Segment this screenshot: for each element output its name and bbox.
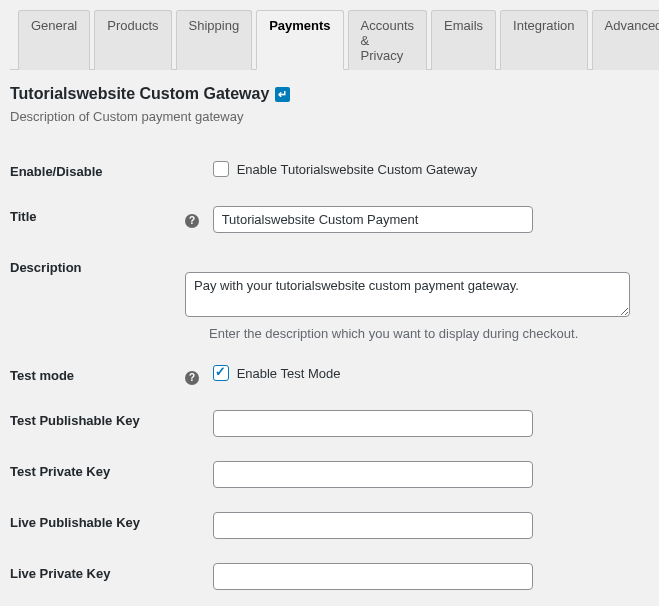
help-icon[interactable]: ?	[185, 371, 199, 385]
tab-products[interactable]: Products	[94, 10, 171, 70]
enable-gateway-checkbox[interactable]	[213, 161, 229, 177]
test-publishable-key-label: Test Publishable Key	[10, 398, 185, 449]
enable-disable-label: Enable/Disable	[10, 149, 185, 194]
test-mode-text: Enable Test Mode	[237, 366, 341, 381]
title-label: Title	[10, 194, 185, 245]
test-mode-checkbox-label[interactable]: Enable Test Mode	[213, 365, 341, 381]
back-icon[interactable]: ↵	[275, 87, 290, 102]
test-private-key-label: Test Private Key	[10, 449, 185, 500]
live-private-key-label: Live Private Key	[10, 551, 185, 602]
title-input[interactable]	[213, 206, 533, 233]
tab-integration[interactable]: Integration	[500, 10, 587, 70]
tab-general[interactable]: General	[18, 10, 90, 70]
enable-gateway-label[interactable]: Enable Tutorialswebsite Custom Gateway	[213, 161, 478, 177]
page-description: Description of Custom payment gateway	[10, 109, 649, 124]
page-title-text: Tutorialswebsite Custom Gateway	[10, 85, 269, 103]
enable-gateway-text: Enable Tutorialswebsite Custom Gateway	[237, 162, 478, 177]
help-icon[interactable]: ?	[185, 214, 199, 228]
tab-payments[interactable]: Payments	[256, 10, 343, 70]
test-mode-checkbox[interactable]	[213, 365, 229, 381]
description-textarea[interactable]: Pay with your tutorialswebsite custom pa…	[185, 272, 630, 317]
tab-accounts-privacy[interactable]: Accounts & Privacy	[348, 10, 427, 70]
description-help: Enter the description which you want to …	[209, 326, 649, 341]
settings-tabs: General Products Shipping Payments Accou…	[10, 10, 649, 70]
settings-form: Enable/Disable Enable Tutorialswebsite C…	[10, 149, 649, 602]
description-label: Description	[10, 245, 185, 353]
test-private-key-input[interactable]	[213, 461, 533, 488]
tab-emails[interactable]: Emails	[431, 10, 496, 70]
live-private-key-input[interactable]	[213, 563, 533, 590]
page-title: Tutorialswebsite Custom Gateway ↵	[10, 85, 649, 103]
test-publishable-key-input[interactable]	[213, 410, 533, 437]
live-publishable-key-input[interactable]	[213, 512, 533, 539]
test-mode-label: Test mode	[10, 353, 185, 398]
tab-shipping[interactable]: Shipping	[176, 10, 253, 70]
tab-advanced[interactable]: Advanced	[592, 10, 659, 70]
live-publishable-key-label: Live Publishable Key	[10, 500, 185, 551]
